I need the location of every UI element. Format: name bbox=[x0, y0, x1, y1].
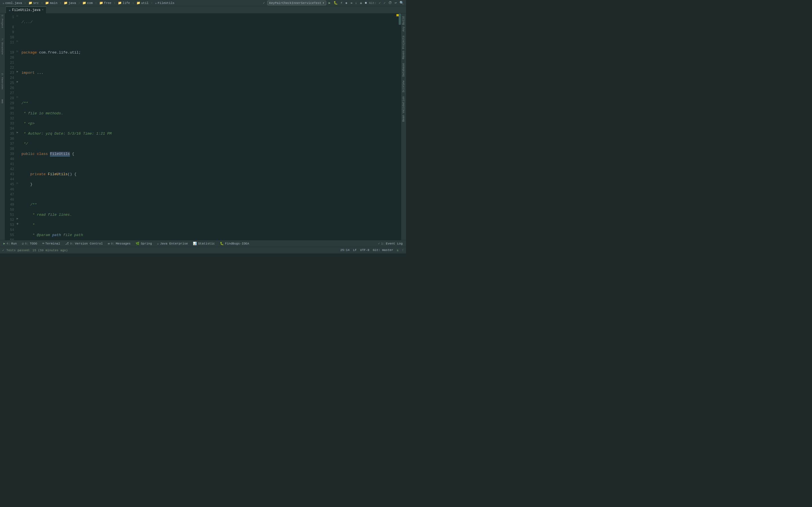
todo-icon: ☑ bbox=[22, 242, 24, 245]
force-step[interactable]: ⇊ bbox=[359, 1, 362, 5]
vcs-tab-num: 9: bbox=[70, 242, 73, 245]
msg-tab-num: 0: bbox=[111, 242, 114, 245]
bottom-tab-run[interactable]: ▶ 4: Run bbox=[1, 240, 19, 247]
fb-tab-label: FindBugs-IDEA bbox=[225, 242, 249, 245]
git-check2[interactable]: ✓ bbox=[383, 1, 386, 5]
right-sidebar: Any Build Maven Projects Database SciVie… bbox=[401, 13, 406, 240]
panel-any-build[interactable]: Any Build bbox=[402, 15, 406, 33]
java-icon: ☕ bbox=[155, 1, 157, 5]
status-lf[interactable]: LF bbox=[353, 248, 357, 252]
fold-36[interactable]: ▶ bbox=[17, 130, 18, 135]
bottom-tab-findbugs[interactable]: 🐛 FindBugs-IDEA bbox=[218, 240, 252, 247]
run-config-selector[interactable]: KeyPairCheckInnerServiceTest ▾ bbox=[267, 1, 326, 5]
status-check-icon: ✓ bbox=[2, 248, 4, 252]
breadcrumb-cool-java[interactable]: ☕ cool.java bbox=[2, 1, 23, 5]
event-log-tab[interactable]: ✓ 1: Event Log bbox=[376, 240, 405, 247]
run-button[interactable]: ▶ bbox=[328, 1, 331, 5]
profile-button[interactable]: ◈ bbox=[345, 1, 348, 5]
step-into[interactable]: ↓ bbox=[354, 1, 357, 5]
run-tab-label: Run bbox=[11, 242, 17, 245]
stop-button[interactable]: ■ bbox=[364, 1, 367, 5]
je-tab-label: Java Enterprise bbox=[160, 242, 188, 245]
bottom-tab-bar: ▶ 4: Run ☑ 6: TODO ⌨ Terminal ⎇ 9: Versi… bbox=[0, 240, 406, 247]
sidebar-item-web[interactable]: Web bbox=[1, 100, 4, 103]
scrollbar[interactable] bbox=[399, 13, 401, 240]
fold-48[interactable]: ▷ bbox=[17, 181, 18, 186]
scroll-thumb[interactable] bbox=[399, 13, 401, 25]
breadcrumb-main[interactable]: 📁 main bbox=[44, 1, 58, 5]
editor-area[interactable]: 1 8 9 10 11 19 20 21 22 23 24 25 26 27 2… bbox=[5, 13, 401, 240]
fold-27[interactable]: ▶ bbox=[17, 79, 18, 84]
panel-sciview[interactable]: SciView bbox=[402, 79, 406, 94]
breadcrumb-java[interactable]: 📁 java bbox=[63, 1, 77, 5]
panel-bean-validation[interactable]: Bean Validation bbox=[402, 95, 406, 123]
status-encoding[interactable]: UTF-8 bbox=[360, 248, 369, 252]
breadcrumb-util[interactable]: 📁 util bbox=[136, 1, 149, 5]
bottom-tab-statistic[interactable]: 📊 Statistic bbox=[191, 240, 217, 247]
tab-java-icon: ☕ bbox=[9, 8, 11, 12]
bottom-tab-terminal[interactable]: ⌨ Terminal bbox=[40, 240, 62, 247]
search-everywhere[interactable]: 🔍 bbox=[399, 1, 404, 5]
vcs-icon: ⎇ bbox=[65, 242, 69, 245]
sidebar-item-project[interactable]: 1: Project bbox=[1, 15, 4, 28]
fold-30[interactable]: ▷ bbox=[17, 95, 18, 100]
code-editor[interactable]: /.../ package com.free.life.util; import… bbox=[20, 13, 401, 240]
breadcrumb-life[interactable]: 📁 life bbox=[117, 1, 131, 5]
bottom-tab-spring[interactable]: 🌿 Spring bbox=[133, 240, 154, 247]
msg-tab-label: Messages bbox=[116, 242, 131, 245]
fold-11[interactable]: ▷ bbox=[17, 39, 18, 44]
editor-tab-bar: ☕ FileUtils.java × bbox=[0, 6, 406, 13]
breadcrumb-src[interactable]: 📁 src bbox=[28, 1, 40, 5]
fold-54[interactable]: ▶ bbox=[17, 216, 18, 221]
top-breadcrumb-bar: ☕ cool.java › 📁 src › 📁 main › 📁 java › … bbox=[0, 0, 406, 6]
log-tab-label: Event Log bbox=[386, 242, 403, 245]
fold-24[interactable]: ▶ bbox=[17, 69, 18, 74]
bottom-tab-messages[interactable]: ✉ 0: Messages bbox=[106, 240, 133, 247]
fb-icon: 🐛 bbox=[220, 242, 224, 245]
panel-maven[interactable]: Maven Projects bbox=[402, 34, 406, 61]
sidebar-item-structure[interactable]: 7: Structure bbox=[1, 38, 4, 55]
terminal-tab-label: Terminal bbox=[45, 242, 60, 245]
status-test-result: Tests passed: 15 (59 minutes ago) bbox=[6, 249, 68, 252]
run-check-icon[interactable]: ✓ bbox=[262, 1, 266, 5]
je-icon: ☕ bbox=[157, 242, 159, 245]
bottom-tab-vcs[interactable]: ⎇ 9: Version Control bbox=[63, 240, 105, 247]
git-revert[interactable]: ↩ bbox=[394, 1, 397, 5]
folder-icon: 📁 bbox=[137, 1, 140, 5]
sidebar-item-favorites[interactable]: 2: Favorites bbox=[1, 73, 4, 90]
left-sidebar: 1: Project 7: Structure 2: Favorites Web bbox=[0, 13, 5, 240]
terminal-icon: ⌨ bbox=[42, 242, 44, 245]
fold-20[interactable]: ▷ bbox=[17, 49, 18, 54]
step-over[interactable]: ⇥ bbox=[350, 1, 353, 5]
bottom-tab-todo[interactable]: ☑ 6: TODO bbox=[20, 240, 40, 247]
coverage-button[interactable]: ⚡ bbox=[340, 1, 343, 5]
msg-icon: ✉ bbox=[108, 242, 110, 245]
folder-icon: 📁 bbox=[82, 1, 86, 5]
status-git-branch-icon: ⇅ bbox=[397, 248, 399, 252]
git-check1[interactable]: ✓ bbox=[378, 1, 381, 5]
debug-button[interactable]: 🐛 bbox=[333, 1, 338, 5]
fold-1[interactable]: ▷ bbox=[17, 13, 18, 18]
tab-fileutils[interactable]: ☕ FileUtils.java × bbox=[6, 6, 47, 13]
bottom-tab-java-enterprise[interactable]: ☕ Java Enterprise bbox=[155, 240, 190, 247]
tab-filename: FileUtils.java bbox=[12, 8, 41, 12]
scroll-marker bbox=[396, 14, 399, 16]
git-history[interactable]: ⏱ bbox=[388, 1, 393, 5]
fold-55[interactable]: ◉ bbox=[17, 221, 18, 226]
run-tab-icon: ▶ bbox=[3, 242, 5, 245]
status-position: 25:14 bbox=[340, 248, 350, 252]
status-git: Git: master bbox=[373, 248, 393, 252]
dropdown-arrow: ▾ bbox=[322, 1, 324, 5]
breadcrumb-free[interactable]: 📁 free bbox=[98, 1, 112, 5]
folder-icon: 📁 bbox=[99, 1, 103, 5]
spring-icon: 🌿 bbox=[136, 242, 140, 245]
breadcrumb-fileutils[interactable]: ☕ FileUtils bbox=[154, 1, 175, 5]
folder-icon: 📁 bbox=[118, 1, 122, 5]
run-config-label: KeyPairCheckInnerServiceTest bbox=[269, 1, 321, 5]
todo-tab-num: 6: bbox=[25, 242, 29, 245]
tab-close-button[interactable]: × bbox=[42, 8, 43, 11]
spring-tab-label: Spring bbox=[141, 242, 152, 245]
panel-database[interactable]: Database bbox=[402, 61, 406, 78]
run-tab-num: 4: bbox=[6, 242, 10, 245]
breadcrumb-com[interactable]: 📁 com bbox=[82, 1, 94, 5]
